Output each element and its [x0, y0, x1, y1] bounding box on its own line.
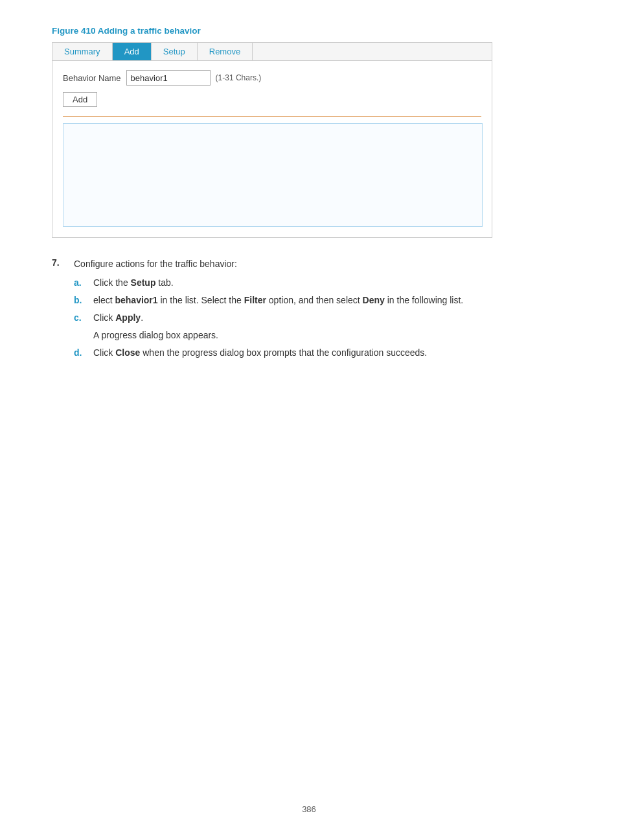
sub-step-b: b. elect behavior1 in the list. Select t… [74, 294, 566, 307]
tab-summary[interactable]: Summary [52, 43, 113, 60]
widget-container: Summary Add Setup Remove Behavior Name (… [52, 42, 492, 238]
behavior-name-label: Behavior Name [63, 73, 121, 83]
sub-content-c: Click Apply. [93, 311, 566, 325]
tab-content-add: Behavior Name (1-31 Chars.) Add [52, 61, 492, 237]
figure-caption: Figure 410 Adding a traffic behavior [52, 26, 566, 36]
chars-hint: (1-31 Chars.) [216, 73, 262, 82]
sub-step-d: d. Click Close when the progress dialog … [74, 346, 566, 360]
page-number: 386 [0, 804, 618, 814]
sub-step-c: c. Click Apply. [74, 311, 566, 325]
list-area [63, 123, 483, 227]
step-text: Configure actions for the traffic behavi… [74, 257, 237, 271]
step-number: 7. [52, 257, 65, 268]
sub-content-d: Click Close when the progress dialog box… [93, 346, 566, 360]
sub-content-b: elect behavior1 in the list. Select the … [93, 294, 566, 307]
behavior-name-input[interactable] [126, 70, 211, 86]
add-button[interactable]: Add [63, 92, 97, 107]
sub-letter-b: b. [74, 294, 89, 307]
step-7: 7. Configure actions for the traffic beh… [52, 257, 566, 271]
instructions: 7. Configure actions for the traffic beh… [52, 257, 566, 360]
tab-bar: Summary Add Setup Remove [52, 43, 492, 61]
sub-content-a: Click the Setup tab. [93, 276, 566, 290]
sub-letter-a: a. [74, 276, 89, 290]
tab-add[interactable]: Add [113, 43, 152, 60]
tab-remove[interactable]: Remove [198, 43, 253, 60]
sub-steps: a. Click the Setup tab. b. elect behavio… [74, 276, 566, 360]
sub-note-c: A progress dialog box appears. [93, 329, 566, 342]
sub-letter-c: c. [74, 311, 89, 325]
sub-letter-d: d. [74, 346, 89, 360]
divider [63, 116, 481, 117]
sub-step-a: a. Click the Setup tab. [74, 276, 566, 290]
behavior-name-row: Behavior Name (1-31 Chars.) [63, 70, 481, 86]
tab-setup[interactable]: Setup [152, 43, 198, 60]
